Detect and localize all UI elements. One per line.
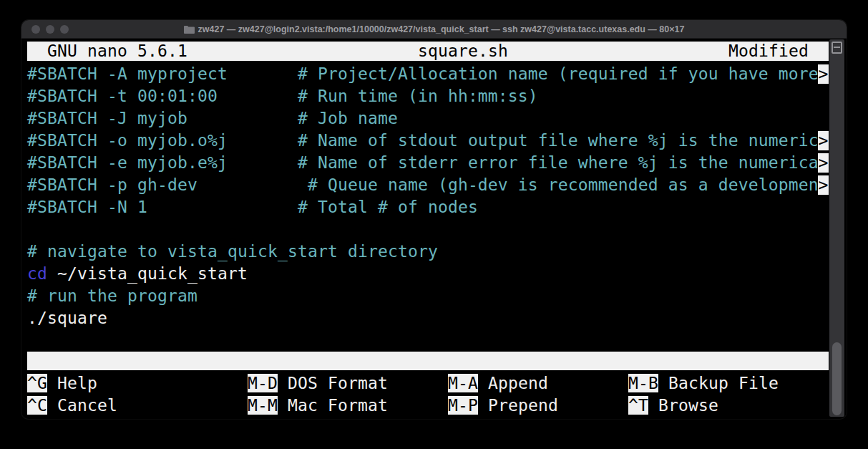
shortcut-key: M-A — [448, 374, 478, 392]
shortcut-key: ^C — [27, 396, 47, 415]
nano-modified-status: Modified — [728, 42, 809, 60]
shortcut-item: ^C Cancel — [27, 396, 117, 415]
buffer-line: #SBATCH -A myproject # Project/Allocatio… — [27, 63, 829, 85]
shortcut-key: M-D — [248, 374, 278, 392]
scrollbar-thumb[interactable] — [832, 342, 842, 415]
shortcut-label: Help — [47, 374, 97, 392]
scroll-marker-icon — [832, 42, 842, 54]
folder-icon — [184, 25, 195, 34]
traffic-lights — [31, 25, 69, 34]
code-segment: # run the program — [27, 286, 198, 305]
line-truncation-marker: > — [818, 153, 829, 173]
code-segment: #SBATCH -N 1 # Total # of nodes — [27, 198, 478, 216]
code-segment: cd — [27, 264, 47, 283]
shortcut-key: ^G — [27, 374, 47, 392]
code-segment: #SBATCH -o myjob.o%j # Name of stdout ou… — [27, 131, 819, 150]
nano-titlebar: GNU nano 5.6.1 square.sh Modified — [27, 42, 829, 61]
shortcut-item: M-P Prepend — [448, 396, 558, 415]
nano-edit-buffer[interactable]: #SBATCH -A myproject # Project/Allocatio… — [27, 63, 829, 352]
terminal-scrollbar[interactable] — [829, 39, 844, 417]
code-segment: #SBATCH -e myjob.e%j # Name of stderr er… — [27, 153, 819, 172]
window-title-text: zw427 — zw427@login2.vista:/home1/10000/… — [198, 24, 685, 34]
code-segment: ./square — [27, 309, 107, 327]
shortcut-label: Backup File — [658, 374, 779, 392]
shortcut-row: ^G HelpM-D DOS FormatM-A AppendM-B Backu… — [27, 374, 829, 392]
nano-write-prompt[interactable]: File Name to Write: square.sh — [27, 352, 829, 370]
terminal-content[interactable]: GNU nano 5.6.1 square.sh Modified #SBATC… — [21, 39, 847, 419]
buffer-line: cd ~/vista_quick_start — [27, 263, 829, 285]
code-segment: #SBATCH -J myjob # Job name — [27, 109, 398, 127]
zoom-button[interactable] — [60, 25, 69, 34]
shortcut-item: M-A Append — [448, 374, 548, 392]
buffer-line: ./square — [27, 307, 829, 329]
nano-version: GNU nano 5.6.1 — [47, 42, 187, 60]
nano-shortcut-menu: ^G HelpM-D DOS FormatM-A AppendM-B Backu… — [27, 374, 829, 415]
shortcut-key: M-P — [448, 396, 478, 415]
shortcut-item: M-M Mac Format — [248, 396, 388, 415]
buffer-line — [27, 329, 829, 352]
shortcut-key: M-M — [248, 396, 278, 415]
code-segment: #SBATCH -t 00:01:00 # Run time (in hh:mm… — [27, 87, 538, 105]
shortcut-item: ^T Browse — [628, 396, 718, 415]
code-segment: #SBATCH -p gh-dev # Queue name (gh-dev i… — [27, 175, 819, 194]
shortcut-label: Cancel — [47, 396, 117, 415]
line-truncation-marker: > — [818, 131, 829, 150]
buffer-line: #SBATCH -J myjob # Job name — [27, 107, 829, 130]
buffer-line — [27, 218, 829, 241]
window-titlebar[interactable]: zw427 — zw427@login2.vista:/home1/10000/… — [21, 20, 847, 39]
shortcut-label: DOS Format — [278, 374, 388, 392]
nano-filename: square.sh — [418, 42, 508, 60]
shortcut-label: Browse — [648, 396, 718, 415]
shortcut-item: M-B Backup File — [628, 374, 779, 392]
shortcut-label: Append — [478, 374, 548, 392]
shortcut-key: ^T — [628, 396, 648, 415]
terminal-window: zw427 — zw427@login2.vista:/home1/10000/… — [21, 20, 847, 419]
buffer-line: #SBATCH -p gh-dev # Queue name (gh-dev i… — [27, 174, 829, 196]
shortcut-item: ^G Help — [27, 374, 97, 392]
shortcut-row: ^C CancelM-M Mac FormatM-P Prepend^T Bro… — [27, 396, 829, 415]
code-segment: #SBATCH -A myproject # Project/Allocatio… — [27, 64, 819, 83]
line-truncation-marker: > — [818, 175, 829, 195]
buffer-line: #SBATCH -o myjob.o%j # Name of stdout ou… — [27, 130, 829, 152]
buffer-line: #SBATCH -t 00:01:00 # Run time (in hh:mm… — [27, 85, 829, 107]
buffer-line: #SBATCH -e myjob.e%j # Name of stderr er… — [27, 152, 829, 174]
buffer-line: # navigate to vista_quick_start director… — [27, 241, 829, 263]
shortcut-label: Mac Format — [278, 396, 388, 415]
minimize-button[interactable] — [46, 25, 54, 34]
shortcut-label: Prepend — [478, 396, 558, 415]
buffer-line: #SBATCH -N 1 # Total # of nodes — [27, 196, 829, 218]
shortcut-item: M-D DOS Format — [248, 374, 388, 392]
code-segment: # navigate to vista_quick_start director… — [27, 242, 438, 261]
close-button[interactable] — [31, 25, 40, 34]
window-title: zw427 — zw427@login2.vista:/home1/10000/… — [21, 24, 847, 34]
buffer-line: # run the program — [27, 285, 829, 307]
code-segment: ~/vista_quick_start — [47, 264, 248, 283]
line-truncation-marker: > — [818, 64, 829, 84]
shortcut-key: M-B — [628, 374, 658, 392]
